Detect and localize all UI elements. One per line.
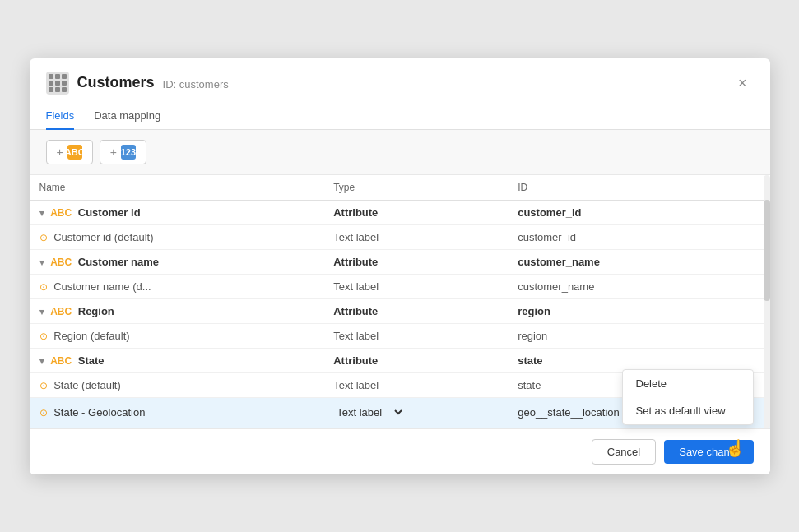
context-menu: Delete Set as default view [622, 369, 754, 425]
row-id: customer_name [508, 274, 729, 298]
toolbar: + ABC + 123 [30, 130, 770, 175]
row-id: customer_id [508, 200, 729, 224]
modal-header: Customers ID: customers × [30, 58, 770, 95]
modal-id: ID: customers [163, 78, 229, 90]
grid-icon [49, 74, 67, 92]
modal-footer: Cancel Save chan... [30, 428, 770, 474]
sub-tag-icon: ⊙ [39, 407, 48, 419]
row-id: customer_id [508, 224, 729, 249]
modal: Customers ID: customers × Fields Data ma… [30, 58, 770, 474]
add-num-button[interactable]: + 123 [100, 140, 146, 164]
table-row[interactable]: ⊙ Customer name (d... Text label custome… [30, 274, 770, 298]
modal-title: Customers [77, 74, 155, 91]
scrollbar-track[interactable] [764, 175, 770, 428]
collapse-arrow[interactable]: ▾ [39, 356, 44, 367]
collapse-arrow[interactable]: ▾ [39, 307, 44, 317]
context-menu-set-default[interactable]: Set as default view [623, 397, 753, 424]
row-name: ⊙ Region (default) [30, 323, 324, 348]
add-abc-button[interactable]: + ABC [46, 140, 93, 164]
table-row[interactable]: ▾ ABC Customer name Attribute customer_n… [30, 249, 770, 274]
row-type: Attribute [323, 249, 508, 274]
row-type: Attribute [323, 298, 508, 323]
row-id: customer_name [508, 249, 729, 274]
col-type: Type [323, 175, 508, 201]
field-name: Customer name [78, 256, 159, 268]
row-type: Attribute [323, 200, 508, 224]
row-type: Text label [323, 323, 508, 348]
row-type: Text label [323, 224, 508, 249]
close-button[interactable]: × [732, 72, 754, 94]
field-name: Customer name (d... [53, 280, 151, 293]
sub-tag-icon: ⊙ [39, 281, 48, 293]
row-name: ▾ ABC State [30, 348, 324, 372]
field-name: State [78, 354, 105, 367]
abc-tag-icon: ABC [50, 207, 72, 219]
row-type: Text label Attribute [323, 397, 508, 428]
row-name: ⊙ State (default) [30, 372, 324, 397]
sub-tag-icon: ⊙ [39, 232, 48, 243]
num-badge: 123 [121, 145, 136, 160]
table-row[interactable]: ▾ ABC Customer id Attribute customer_id [30, 200, 770, 224]
row-id: region [508, 298, 729, 323]
abc-tag-icon: ABC [50, 306, 72, 317]
table-row[interactable]: ⊙ Customer id (default) Text label custo… [30, 224, 770, 249]
row-id: region [508, 323, 729, 348]
field-name: Region (default) [53, 330, 130, 342]
table-header-row: Name Type ID [30, 175, 770, 201]
col-id: ID [508, 175, 729, 201]
field-name: State - Geolocation [53, 406, 145, 419]
col-name: Name [30, 175, 324, 201]
sub-tag-icon: ⊙ [39, 331, 48, 342]
field-name: Region [78, 305, 114, 317]
row-name: ▾ ABC Region [30, 298, 324, 323]
sub-tag-icon: ⊙ [39, 380, 48, 391]
field-name: Customer id [78, 206, 141, 219]
row-name: ⊙ Customer name (d... [30, 274, 324, 298]
context-menu-delete[interactable]: Delete [623, 370, 753, 397]
collapse-arrow[interactable]: ▾ [39, 208, 44, 219]
field-name: Customer id (default) [53, 231, 153, 243]
abc-tag-icon: ABC [50, 257, 72, 268]
row-name: ▾ ABC Customer name [30, 249, 324, 274]
tab-fields[interactable]: Fields [46, 103, 75, 130]
table-row[interactable]: ⊙ Region (default) Text label region [30, 323, 770, 348]
field-name: State (default) [53, 379, 121, 391]
row-type: Text label [323, 372, 508, 397]
abc-tag-icon: ABC [50, 355, 72, 367]
tab-data-mapping[interactable]: Data mapping [94, 103, 160, 130]
row-name: ⊙ Customer id (default) [30, 224, 324, 249]
collapse-arrow[interactable]: ▾ [39, 257, 44, 268]
cancel-button[interactable]: Cancel [592, 439, 656, 465]
row-name: ⊙ State - Geolocation [30, 397, 324, 428]
scrollbar-thumb[interactable] [764, 200, 770, 301]
table-icon [46, 72, 69, 95]
row-type: Attribute [323, 348, 508, 372]
abc-badge: ABC [67, 145, 82, 160]
row-name: ▾ ABC Customer id [30, 200, 324, 224]
row-type: Text label [323, 274, 508, 298]
tab-bar: Fields Data mapping [30, 103, 770, 130]
table-row[interactable]: ▾ ABC Region Attribute region [30, 298, 770, 323]
save-button[interactable]: Save chan... [664, 440, 753, 464]
type-select[interactable]: Text label Attribute [333, 405, 405, 419]
